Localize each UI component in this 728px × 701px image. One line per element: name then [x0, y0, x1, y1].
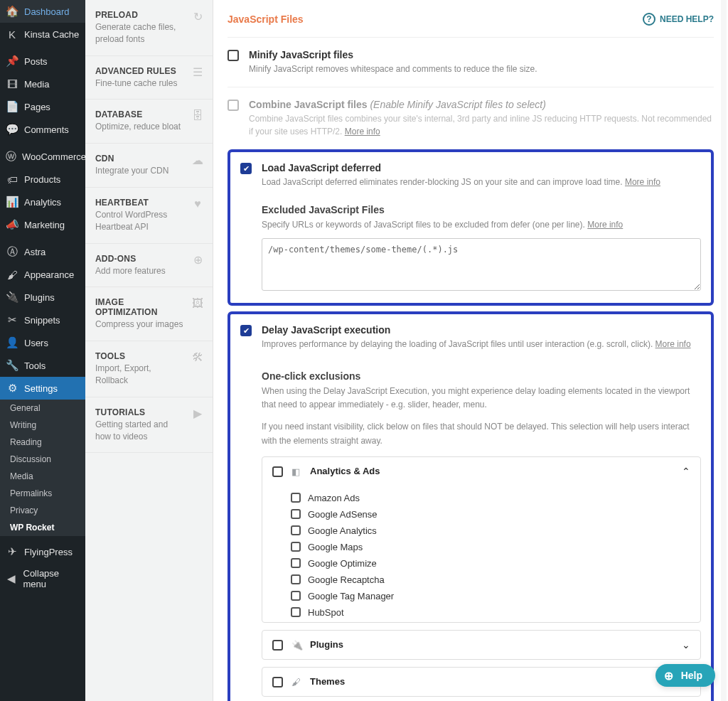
settings-sub-reading[interactable]: Reading: [0, 434, 85, 451]
rocket-tab-image-optimization[interactable]: IMAGE OPTIMIZATIONCompress your images🖼: [85, 287, 213, 341]
rocket-tab-advanced-rules[interactable]: ADVANCED RULESFine-tune cache rules☰: [85, 56, 213, 100]
wp-menu-tools[interactable]: 🔧Tools: [0, 354, 85, 377]
exclusion-google-optimize: Google Optimize: [291, 555, 690, 572]
exclusion-google-tag-manager: Google Tag Manager: [291, 588, 690, 604]
wp-menu-appearance[interactable]: 🖌Appearance: [0, 263, 85, 286]
rocket-tab-preload[interactable]: PRELOADGenerate cache files, preload fon…: [85, 0, 213, 56]
themes-group-checkbox[interactable]: [272, 677, 283, 687]
defer-excluded-more-info[interactable]: More info: [587, 220, 623, 230]
wp-menu-plugins[interactable]: 🔌Plugins: [0, 286, 85, 309]
settings-sub-wp-rocket[interactable]: WP Rocket: [0, 519, 85, 536]
help-widget-button[interactable]: Help: [655, 664, 715, 687]
brush-icon: 🖌: [291, 677, 301, 687]
menu-icon: 📣: [6, 218, 18, 231]
wp-menu-products[interactable]: 🏷Products: [0, 168, 85, 191]
exclusion-amazon-ads: Amazon Ads: [291, 490, 690, 506]
exclusion-checkbox[interactable]: [291, 591, 301, 601]
exclusion-checkbox[interactable]: [291, 525, 301, 535]
wp-menu-media[interactable]: 🎞Media: [0, 73, 85, 95]
menu-icon: ◀: [6, 572, 18, 585]
defer-more-info[interactable]: More info: [625, 177, 660, 187]
exclusion-checkbox[interactable]: [291, 509, 301, 519]
minify-desc: Minify JavaScript removes whitespace and…: [249, 63, 714, 75]
defer-desc: Load JavaScript deferred eliminates rend…: [262, 176, 701, 188]
option-defer-js-highlight: ✔ Load JavaScript deferred Load JavaScri…: [228, 149, 714, 306]
tab-icon: 🗄: [191, 109, 204, 122]
rocket-tab-tools[interactable]: TOOLSImport, Export, Rollback🛠: [85, 341, 213, 397]
menu-icon: 🔧: [6, 359, 18, 372]
menu-icon: 🖌: [6, 268, 18, 281]
rocket-tab-heartbeat[interactable]: HEARTBEATControl WordPress Heartbeat API…: [85, 188, 213, 244]
settings-sub-privacy[interactable]: Privacy: [0, 502, 85, 519]
settings-sub-discussion[interactable]: Discussion: [0, 451, 85, 468]
exclusion-checkbox[interactable]: [291, 558, 301, 568]
wp-menu-marketing[interactable]: 📣Marketing: [0, 213, 85, 236]
wp-menu-collapse-menu[interactable]: ◀Collapse menu: [0, 563, 85, 594]
exclusion-checkbox[interactable]: [291, 493, 301, 503]
wp-menu-users[interactable]: 👤Users: [0, 331, 85, 354]
rocket-tab-database[interactable]: DATABASEOptimize, reduce bloat🗄: [85, 100, 213, 144]
plugins-group-checkbox[interactable]: [272, 640, 283, 651]
exclusion-checkbox[interactable]: [291, 542, 301, 552]
combine-more-info[interactable]: More info: [345, 127, 380, 137]
wp-menu-flyingpress[interactable]: ✈FlyingPress: [0, 540, 85, 563]
settings-sub-general[interactable]: General: [0, 400, 85, 417]
option-delay-js-highlight: ✔ Delay JavaScript execution Improves pe…: [228, 311, 714, 701]
wp-menu-posts[interactable]: 📌Posts: [0, 50, 85, 73]
exclusion-checkbox[interactable]: [291, 607, 301, 617]
tab-icon: ⊕: [191, 254, 204, 267]
menu-icon: 📄: [6, 100, 18, 113]
delay-title: Delay JavaScript execution: [262, 324, 701, 336]
defer-excluded-desc: Specify URLs or keywords of JavaScript f…: [262, 218, 701, 231]
wp-admin-sidebar: 🏠DashboardKKinsta Cache📌Posts🎞Media📄Page…: [0, 0, 85, 701]
chevron-down-icon: ⌄: [682, 639, 690, 651]
rocket-tab-cdn[interactable]: CDNIntegrate your CDN☁: [85, 144, 213, 188]
combine-title: Combine JavaScript files (Enable Minify …: [249, 99, 714, 110]
wp-menu-kinsta-cache[interactable]: KKinsta Cache: [0, 23, 85, 46]
oneclick-p2: If you need instant visibility, click be…: [262, 420, 701, 447]
rocket-tab-add-ons[interactable]: ADD-ONSAdd more features⊕: [85, 244, 213, 288]
analytics-group-checkbox[interactable]: [272, 466, 283, 477]
delay-checkbox[interactable]: ✔: [240, 325, 252, 336]
accordion-analytics-head[interactable]: ◧ Analytics & Ads ⌃: [262, 457, 700, 486]
accordion-themes-head[interactable]: 🖌 Themes ⌄: [262, 668, 700, 696]
defer-excluded-title: Excluded JavaScript Files: [262, 204, 701, 215]
page-title: JavaScript Files: [228, 14, 304, 25]
tab-icon: 🖼: [191, 297, 204, 310]
exclusion-checkbox[interactable]: [291, 574, 301, 584]
defer-excluded-textarea[interactable]: [262, 238, 701, 291]
menu-icon: Ⓐ: [6, 245, 18, 258]
wp-menu-pages[interactable]: 📄Pages: [0, 95, 85, 118]
settings-sub-media[interactable]: Media: [0, 468, 85, 485]
wp-menu-woocommerce[interactable]: ⓦWooCommerce: [0, 145, 85, 168]
oneclick-p1: When using the Delay JavaScript Executio…: [262, 385, 701, 412]
wp-menu-astra[interactable]: ⒶAstra: [0, 240, 85, 263]
defer-checkbox[interactable]: ✔: [240, 163, 252, 174]
tab-icon: ♥: [191, 198, 204, 210]
oneclick-exclusions: One-click exclusions When using the Dela…: [262, 370, 701, 697]
wp-menu-dashboard[interactable]: 🏠Dashboard: [0, 0, 85, 23]
analytics-icon: ◧: [291, 466, 301, 476]
rocket-tab-tutorials[interactable]: TUTORIALSGetting started and how to vide…: [85, 397, 213, 454]
wp-menu-comments[interactable]: 💬Comments: [0, 118, 85, 141]
menu-icon: ✂: [6, 314, 18, 326]
tab-icon: ☁: [191, 154, 204, 166]
need-help-link[interactable]: ? NEED HELP?: [643, 13, 714, 26]
wp-menu-settings[interactable]: ⚙Settings: [0, 377, 85, 400]
plug-icon: 🔌: [291, 640, 301, 650]
accordion-plugins-head[interactable]: 🔌 Plugins ⌄: [262, 631, 700, 659]
oneclick-title: One-click exclusions: [262, 370, 701, 382]
help-icon: ?: [643, 13, 655, 26]
settings-sub-permalinks[interactable]: Permalinks: [0, 485, 85, 502]
menu-icon: 🎞: [6, 77, 18, 90]
wp-menu-analytics[interactable]: 📊Analytics: [0, 191, 85, 213]
exclusion-google-recaptcha: Google Recaptcha: [291, 572, 690, 588]
settings-sub-writing[interactable]: Writing: [0, 417, 85, 434]
delay-more-info[interactable]: More info: [655, 339, 691, 349]
menu-icon: ✈: [6, 545, 18, 558]
tab-icon: ▶: [191, 407, 204, 420]
wp-menu-snippets[interactable]: ✂Snippets: [0, 309, 85, 331]
minify-checkbox[interactable]: [228, 50, 239, 61]
scrollbar-track: [721, 0, 727, 701]
menu-icon: ⓦ: [6, 150, 16, 163]
